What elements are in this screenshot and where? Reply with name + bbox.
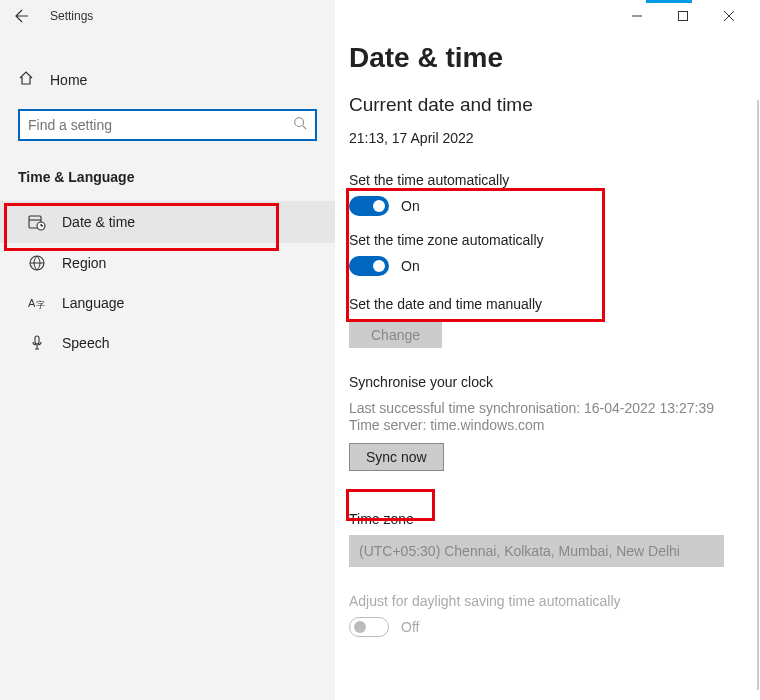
search-wrap (18, 109, 317, 141)
current-dt-heading: Current date and time (349, 94, 760, 116)
microphone-icon (28, 335, 46, 351)
dst-state: Off (401, 619, 419, 635)
scrollbar[interactable] (757, 100, 759, 690)
sidebar-item-date-time[interactable]: Date & time (0, 201, 335, 243)
auto-tz-state: On (401, 258, 420, 274)
sidebar: Settings Home Time & Language Date & tim… (0, 0, 335, 700)
window-title: Settings (50, 9, 93, 23)
nav-label: Date & time (62, 214, 135, 230)
sync-server-info: Time server: time.windows.com (349, 417, 760, 433)
home-icon (18, 70, 34, 89)
sync-last-info: Last successful time synchronisation: 16… (349, 400, 760, 416)
dst-label: Adjust for daylight saving time automati… (349, 593, 760, 609)
sync-heading: Synchronise your clock (349, 374, 760, 390)
window-controls (614, 0, 752, 32)
tz-heading: Time zone (349, 511, 760, 527)
page-title: Date & time (349, 42, 760, 74)
sidebar-item-language[interactable]: A字 Language (0, 283, 335, 323)
auto-time-toggle[interactable] (349, 196, 389, 216)
sidebar-group-header: Time & Language (0, 141, 335, 201)
close-button[interactable] (706, 0, 752, 32)
calendar-clock-icon (28, 213, 46, 231)
nav-label: Speech (62, 335, 109, 351)
auto-tz-toggle[interactable] (349, 256, 389, 276)
auto-tz-label: Set the time zone automatically (349, 232, 760, 248)
minimize-button[interactable] (614, 0, 660, 32)
svg-rect-6 (35, 336, 39, 344)
auto-time-state: On (401, 198, 420, 214)
nav-label: Region (62, 255, 106, 271)
titlebar: Settings (0, 0, 335, 32)
search-input[interactable] (18, 109, 317, 141)
auto-time-label: Set the time automatically (349, 172, 760, 188)
close-icon (724, 11, 734, 21)
sidebar-item-region[interactable]: Region (0, 243, 335, 283)
tz-select: (UTC+05:30) Chennai, Kolkata, Mumbai, Ne… (349, 535, 724, 567)
maximize-icon (678, 11, 688, 21)
language-icon: A字 (28, 295, 46, 311)
nav-label: Language (62, 295, 124, 311)
maximize-button[interactable] (660, 0, 706, 32)
home-label: Home (50, 72, 87, 88)
manual-label: Set the date and time manually (349, 296, 760, 312)
back-button[interactable] (0, 0, 44, 32)
minimize-icon (632, 11, 642, 21)
arrow-left-icon (14, 8, 30, 24)
tz-value: (UTC+05:30) Chennai, Kolkata, Mumbai, Ne… (359, 543, 680, 559)
globe-icon (28, 255, 46, 271)
change-button: Change (349, 322, 442, 348)
svg-text:A: A (28, 297, 36, 309)
current-dt-value: 21:13, 17 April 2022 (349, 130, 760, 146)
svg-text:字: 字 (36, 300, 45, 310)
sync-now-button[interactable]: Sync now (349, 443, 444, 471)
home-link[interactable]: Home (0, 60, 335, 99)
main-content: Date & time Current date and time 21:13,… (335, 0, 760, 700)
dst-toggle (349, 617, 389, 637)
sidebar-item-speech[interactable]: Speech (0, 323, 335, 363)
svg-rect-7 (679, 12, 688, 21)
